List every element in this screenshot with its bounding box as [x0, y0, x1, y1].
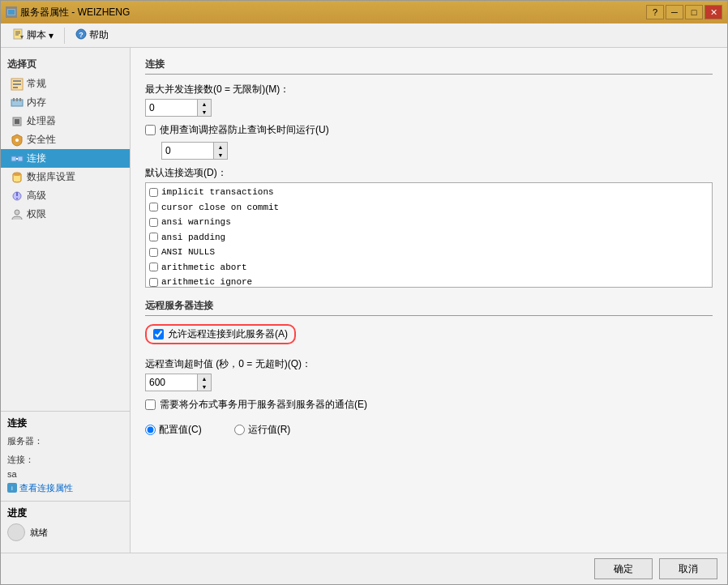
query-governor-checkbox[interactable] [145, 125, 156, 135]
progress-status-text: 就绪 [30, 527, 48, 539]
run-radio-label: 运行值(R) [248, 423, 291, 437]
ansi-nulls-label: ANSI NULLS [161, 246, 215, 259]
max-connections-spinner: ▲ ▼ [145, 99, 210, 117]
help-toolbar-button[interactable]: ? 帮助 [70, 26, 114, 45]
progress-spinner [7, 523, 25, 541]
ansi-warnings-checkbox[interactable] [149, 218, 158, 227]
config-radio[interactable] [145, 425, 156, 435]
query-governor-up[interactable]: ▲ [214, 143, 227, 151]
sidebar-item-permissions[interactable]: 权限 [1, 205, 130, 224]
allow-remote-checkbox[interactable] [153, 329, 164, 339]
view-properties-text: 查看连接属性 [19, 482, 73, 494]
remote-section-header: 远程服务器连接 [145, 299, 713, 316]
allow-remote-row: 允许远程连接到此服务器(A) [145, 324, 713, 351]
sidebar-item-processor[interactable]: 处理器 [1, 112, 130, 130]
sidebar-label-memory: 内存 [27, 96, 46, 109]
svg-point-28 [16, 198, 18, 199]
sidebar-bottom: 连接 服务器： 连接： sa i 查看连接属性 进度 [1, 411, 130, 546]
radio-group: 配置值(C) 运行值(R) [145, 423, 713, 437]
sidebar-item-security[interactable]: 安全性 [1, 130, 130, 149]
help-button[interactable]: ? [646, 5, 664, 19]
max-connections-input[interactable] [145, 99, 198, 117]
progress-section: 进度 就绪 [1, 501, 130, 546]
cursor-close-label: cursor close on commit [161, 201, 279, 215]
svg-point-20 [15, 139, 19, 142]
close-button[interactable]: ✕ [704, 5, 722, 19]
svg-text:i: i [11, 485, 13, 492]
distributed-tx-checkbox[interactable] [145, 399, 156, 410]
implicit-transactions-label: implicit transactions [161, 186, 274, 199]
svg-rect-15 [13, 98, 15, 101]
script-button[interactable]: 脚本 ▾ [7, 26, 59, 45]
ok-button[interactable]: 确定 [594, 558, 653, 579]
implicit-transactions-checkbox[interactable] [149, 188, 158, 197]
ansi-padding-checkbox[interactable] [149, 233, 158, 241]
title-bar-left: 服务器属性 - WEIZHENG [6, 6, 130, 19]
connection-section-header: 连接 [145, 58, 713, 75]
view-properties-link[interactable]: i 查看连接属性 [7, 480, 123, 496]
svg-rect-3 [14, 29, 22, 39]
sidebar-item-connection[interactable]: 连接 [1, 149, 130, 168]
ansi-nulls-checkbox[interactable] [149, 248, 158, 257]
remote-timeout-input[interactable] [145, 374, 198, 391]
cancel-button[interactable]: 取消 [659, 558, 717, 579]
run-radio[interactable] [234, 425, 245, 435]
sidebar-item-advanced[interactable]: 高级 [1, 186, 130, 205]
cursor-close-checkbox[interactable] [149, 203, 158, 211]
sidebar-label-security: 安全性 [27, 133, 56, 147]
sidebar-item-db-settings[interactable]: 数据库设置 [1, 168, 130, 186]
max-connections-down[interactable]: ▼ [198, 108, 211, 116]
max-connections-label: 最大并发连接数(0 = 无限制)(M)： [145, 83, 713, 96]
query-governor-spinner: ▲ ▼ [161, 142, 226, 160]
max-connections-spin-buttons: ▲ ▼ [198, 99, 212, 117]
list-item: ansi padding [148, 230, 710, 246]
query-governor-row: 使用查询调控器防止查询长时间运行(U) [145, 123, 713, 137]
script-dropdown-icon: ▾ [49, 30, 54, 41]
connection-icon [11, 152, 24, 165]
ansi-warnings-label: ansi warnings [161, 216, 231, 229]
allow-remote-label: 允许远程连接到此服务器(A) [168, 327, 288, 341]
query-governor-label: 使用查询调控器防止查询长时间运行(U) [160, 123, 329, 137]
distributed-tx-row: 需要将分布式事务用于服务器到服务器的通信(E) [145, 398, 713, 412]
svg-rect-27 [16, 192, 18, 196]
script-label: 脚本 [27, 28, 46, 42]
default-options-label: 默认连接选项(D)： [145, 166, 713, 180]
svg-rect-17 [19, 98, 21, 101]
svg-rect-21 [11, 156, 16, 161]
default-options-listbox[interactable]: implicit transactions cursor close on co… [145, 182, 713, 288]
help-label: 帮助 [89, 28, 109, 42]
sidebar: 选择页 常规 内存 处理器 [1, 48, 131, 553]
right-panel: 连接 最大并发连接数(0 = 无限制)(M)： ▲ ▼ 使用查询调控器防止查询长… [131, 48, 727, 553]
ansi-padding-label: ansi padding [161, 231, 225, 245]
sidebar-label-permissions: 权限 [27, 207, 46, 221]
sidebar-item-general[interactable]: 常规 [1, 75, 130, 93]
sidebar-label-general: 常规 [27, 77, 46, 91]
general-icon [11, 78, 24, 91]
remote-timeout-up[interactable]: ▲ [198, 374, 211, 382]
list-item: ANSI NULLS [148, 245, 710, 260]
query-governor-input[interactable] [161, 142, 214, 160]
list-item: implicit transactions [148, 185, 710, 200]
svg-rect-22 [18, 156, 23, 161]
svg-point-29 [15, 210, 19, 215]
connection-value: sa [7, 468, 123, 480]
maximize-button[interactable]: □ [685, 5, 703, 19]
remote-section: 远程服务器连接 允许远程连接到此服务器(A) 远程查询超时值 (秒，0 = 无超… [145, 299, 713, 412]
arithmetic-abort-checkbox[interactable] [149, 263, 158, 271]
list-item: cursor close on commit [148, 200, 710, 216]
toolbar-separator [64, 28, 65, 44]
help-icon: ? [75, 28, 87, 42]
max-connections-up[interactable]: ▲ [198, 100, 211, 108]
sidebar-item-memory[interactable]: 内存 [1, 93, 130, 112]
remote-timeout-label: 远程查询超时值 (秒，0 = 无超时)(Q)： [145, 357, 713, 371]
arithmetic-ignore-label: arithmetic ignore [161, 275, 252, 288]
config-radio-label: 配置值(C) [159, 423, 202, 437]
sidebar-label-processor: 处理器 [27, 114, 56, 128]
minimize-button[interactable]: ─ [666, 5, 683, 19]
query-governor-down[interactable]: ▼ [214, 151, 227, 159]
arithmetic-ignore-checkbox[interactable] [149, 278, 158, 287]
svg-rect-11 [13, 80, 21, 82]
remote-timeout-down[interactable]: ▼ [198, 382, 211, 391]
svg-point-25 [13, 173, 21, 176]
security-icon [11, 134, 24, 147]
